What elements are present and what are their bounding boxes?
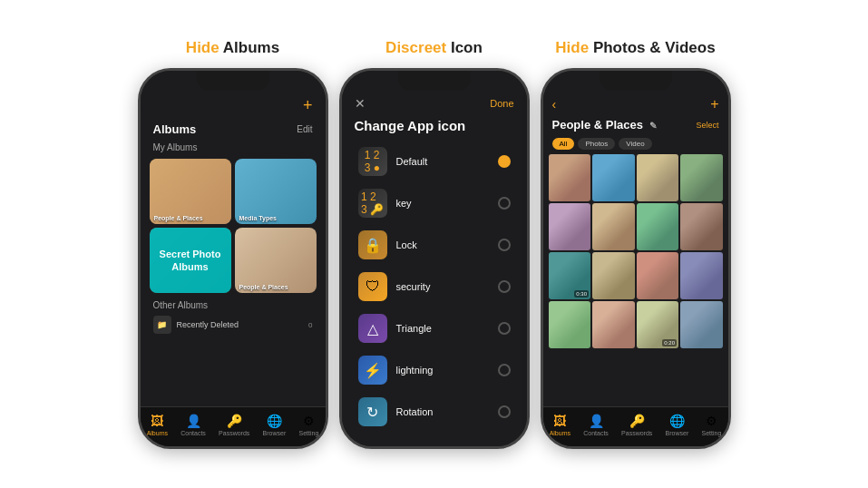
photo-12[interactable] bbox=[680, 252, 723, 299]
photo-2[interactable] bbox=[592, 154, 635, 201]
icon-item-triangle[interactable]: △ Triangle bbox=[351, 309, 518, 347]
nav-albums-3[interactable]: 🖼 Albums bbox=[550, 414, 571, 436]
nav-contacts-label-1: Contacts bbox=[180, 430, 206, 436]
screen3-back[interactable]: ‹ bbox=[552, 97, 557, 112]
lightning-label: lightning bbox=[396, 365, 489, 376]
rotation-label: Rotation bbox=[396, 406, 489, 417]
screen2-label-white: Icon bbox=[446, 39, 483, 56]
default-radio[interactable] bbox=[498, 155, 511, 168]
screen1-label-white: Albums bbox=[219, 39, 279, 56]
screen2-done[interactable]: Done bbox=[490, 98, 513, 109]
photo-3[interactable] bbox=[637, 154, 679, 201]
phone-wrapper-2: Discreet Icon ✕ Done Change App icon 1 2… bbox=[339, 39, 530, 449]
rotation-icon-img: ↻ bbox=[358, 397, 387, 426]
screen1-albums-row: Albums Edit bbox=[141, 121, 326, 140]
icon-item-security[interactable]: 🛡 security bbox=[351, 268, 518, 306]
phone-frame-3: ‹ + People & Places ✎ Select All Photos … bbox=[541, 68, 731, 449]
screen3-title-row: People & Places ✎ Select bbox=[543, 116, 728, 135]
icon-item-lock[interactable]: 🔒 Lock bbox=[351, 226, 518, 264]
nav-contacts-icon-1: 👤 bbox=[186, 414, 201, 428]
nav-contacts-icon-3: 👤 bbox=[589, 414, 604, 428]
nav-passwords-3[interactable]: 🔑 Passwords bbox=[621, 414, 652, 436]
security-radio[interactable] bbox=[498, 280, 511, 293]
key-radio[interactable] bbox=[498, 197, 511, 210]
default-label: Default bbox=[396, 156, 489, 167]
screen3-edit-icon[interactable]: ✎ bbox=[649, 121, 657, 131]
nav-setting-icon-3: ⚙ bbox=[706, 414, 717, 428]
nav-passwords-label-3: Passwords bbox=[621, 430, 652, 436]
nav-browser-icon-1: 🌐 bbox=[267, 414, 282, 428]
photo-15[interactable]: 0:20 bbox=[637, 301, 679, 348]
nav-setting-label-3: Setting bbox=[702, 430, 722, 436]
photo-10[interactable] bbox=[592, 252, 635, 299]
photo-14[interactable] bbox=[592, 301, 635, 348]
screen1-other-albums: Other Albums bbox=[141, 297, 326, 312]
photo-6[interactable] bbox=[592, 203, 635, 250]
lock-label: Lock bbox=[396, 239, 489, 250]
icon-item-lightning[interactable]: ⚡ lightning bbox=[351, 351, 518, 389]
nav-albums-1[interactable]: 🖼 Albums bbox=[147, 414, 168, 436]
filter-all[interactable]: All bbox=[552, 138, 575, 150]
key-label: key bbox=[396, 198, 489, 209]
screen2-icons-list: 1 23 ● Default 1 23 🔑 key bbox=[342, 142, 527, 431]
nav-contacts-3[interactable]: 👤 Contacts bbox=[583, 414, 609, 436]
screen3-plus[interactable]: + bbox=[710, 96, 718, 112]
screen1-plus[interactable]: + bbox=[303, 96, 313, 115]
rotation-radio[interactable] bbox=[498, 405, 511, 418]
photo-1[interactable] bbox=[549, 154, 591, 201]
lock-radio[interactable] bbox=[498, 239, 511, 251]
filter-video[interactable]: Video bbox=[619, 138, 651, 150]
album-thumb-3-secret[interactable]: Secret Photo Albums bbox=[150, 228, 231, 293]
triangle-radio[interactable] bbox=[498, 322, 511, 335]
album-thumb-1[interactable]: People & Places 65 bbox=[150, 159, 231, 224]
album-thumb-2[interactable]: Media Types 0 bbox=[235, 159, 317, 224]
photo-7[interactable] bbox=[637, 203, 679, 250]
notch-3 bbox=[600, 71, 672, 91]
nav-passwords-icon-3: 🔑 bbox=[629, 414, 645, 428]
photo-8[interactable] bbox=[680, 203, 723, 250]
lightning-radio[interactable] bbox=[498, 364, 511, 376]
nav-contacts-label-3: Contacts bbox=[583, 430, 609, 436]
lock-icon-img: 🔒 bbox=[358, 230, 387, 259]
lightning-icon-img: ⚡ bbox=[358, 356, 387, 385]
nav-passwords-label-1: Passwords bbox=[219, 430, 249, 436]
photo-5[interactable] bbox=[549, 203, 591, 250]
screen3-title-text: People & Places bbox=[552, 118, 643, 132]
photo-11[interactable] bbox=[637, 252, 679, 299]
screen3-header-right: + bbox=[710, 96, 718, 112]
photo-9[interactable]: 0:30 bbox=[549, 252, 591, 299]
screen1-list-item-1[interactable]: 📁 Recently Deleted 0 bbox=[141, 312, 326, 337]
list-text-1: Recently Deleted bbox=[177, 320, 304, 329]
nav-contacts-1[interactable]: 👤 Contacts bbox=[180, 414, 206, 436]
notch-1 bbox=[197, 71, 269, 91]
nav-browser-3[interactable]: 🌐 Browser bbox=[666, 414, 689, 436]
default-icon: 1 23 ● bbox=[358, 147, 387, 176]
screen1-albums-title: Albums bbox=[153, 122, 197, 136]
nav-albums-icon-1: 🖼 bbox=[151, 414, 163, 428]
nav-browser-1[interactable]: 🌐 Browser bbox=[263, 414, 287, 436]
screen1-edit[interactable]: Edit bbox=[297, 124, 312, 134]
nav-setting-3[interactable]: ⚙ Setting bbox=[702, 414, 722, 436]
nav-passwords-icon-1: 🔑 bbox=[227, 414, 242, 428]
icon-item-key[interactable]: 1 23 🔑 key bbox=[351, 184, 518, 222]
filter-photos[interactable]: Photos bbox=[578, 138, 615, 150]
icon-item-rotation[interactable]: ↻ Rotation bbox=[351, 393, 518, 431]
photo-4[interactable] bbox=[680, 154, 723, 201]
nav-setting-icon-1: ⚙ bbox=[303, 414, 315, 428]
screen3-select[interactable]: Select bbox=[696, 121, 718, 130]
icon-item-default[interactable]: 1 23 ● Default bbox=[351, 142, 518, 181]
album-thumb-4[interactable]: People & Places 65 bbox=[235, 228, 317, 293]
nav-passwords-1[interactable]: 🔑 Passwords bbox=[219, 414, 249, 436]
screen3-label: Hide Photos & Videos bbox=[555, 39, 715, 57]
security-label: security bbox=[396, 281, 489, 292]
photo-13[interactable] bbox=[549, 301, 591, 348]
key-icon: 1 23 🔑 bbox=[358, 189, 387, 218]
screen1-grid: People & Places 65 Media Types 0 bbox=[141, 155, 326, 297]
screen3-bottom-nav: 🖼 Albums 👤 Contacts 🔑 Passwords 🌐 Browse… bbox=[543, 406, 728, 446]
album-label-4: People & Places bbox=[239, 284, 288, 290]
screen2-close[interactable]: ✕ bbox=[355, 96, 366, 111]
photo-16[interactable] bbox=[680, 301, 723, 348]
nav-setting-1[interactable]: ⚙ Setting bbox=[299, 414, 319, 436]
photo-15-duration: 0:20 bbox=[662, 339, 677, 346]
triangle-label: Triangle bbox=[396, 323, 489, 334]
